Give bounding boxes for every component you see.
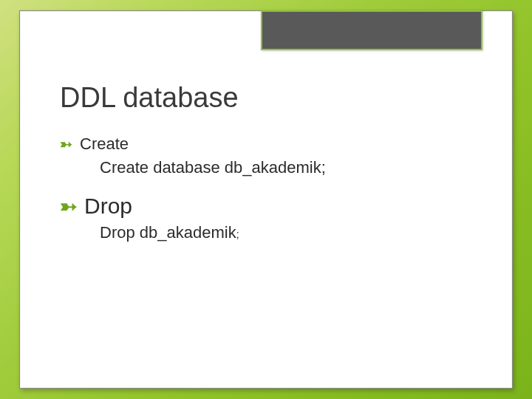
- bullet-create: ➳ Create: [60, 134, 472, 154]
- slide-content: DDL database ➳ Create Create database db…: [60, 82, 472, 245]
- code-drop: Drop db_akademik;: [100, 223, 472, 242]
- bullet-glyph-icon: ➳: [60, 194, 77, 219]
- code-create: Create database db_akademik;: [100, 158, 472, 177]
- title-accent-box: [261, 10, 482, 50]
- bullet-create-label: Create: [80, 134, 129, 154]
- code-drop-text: Drop db_akademik: [100, 223, 236, 242]
- code-drop-semicolon: ;: [236, 228, 239, 240]
- slide-title: DDL database: [60, 82, 472, 114]
- bullet-drop-label: Drop: [84, 194, 132, 219]
- bullet-drop: ➳ Drop: [60, 194, 472, 219]
- bullet-glyph-icon: ➳: [60, 135, 72, 153]
- slide-frame: DDL database ➳ Create Create database db…: [19, 10, 513, 389]
